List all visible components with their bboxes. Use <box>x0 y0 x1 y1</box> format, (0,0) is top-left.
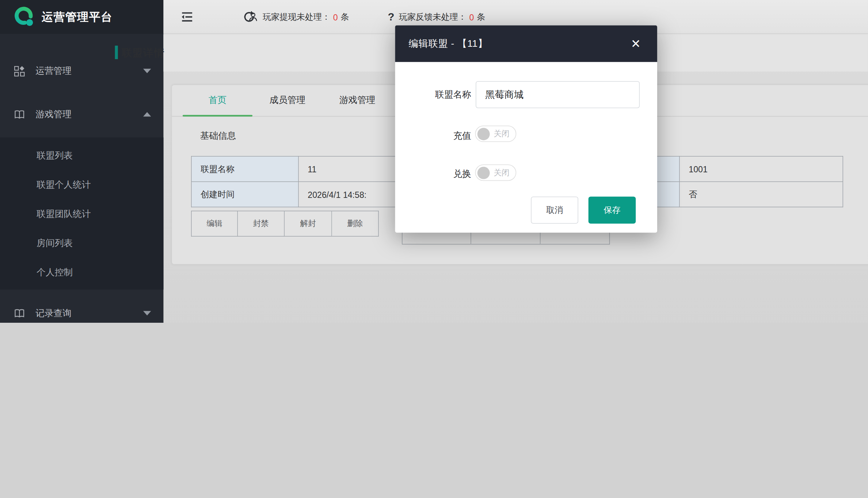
info-value: 否 <box>679 182 843 207</box>
withdraw-count: 0 <box>333 12 338 22</box>
sidebar-subitem-room-list[interactable]: 房间列表 <box>37 238 73 249</box>
active-tab-underline <box>183 115 252 117</box>
grid-icon <box>14 66 25 76</box>
sidebar-subitem-personal-control[interactable]: 个人控制 <box>37 267 73 279</box>
toggle-state-label: 关闭 <box>494 168 509 178</box>
info-label: 联盟名称 <box>191 156 298 181</box>
logo-strip: 运营管理平台 <box>0 0 163 34</box>
withdraw-notice[interactable]: 玩家提现未处理： 0 条 <box>248 0 349 34</box>
feedback-unit: 条 <box>477 12 485 22</box>
sidebar-subitem-alliance-personal[interactable]: 联盟个人统计 <box>37 179 91 191</box>
feedback-count: 0 <box>469 12 474 22</box>
ban-button[interactable]: 封禁 <box>238 211 285 237</box>
edit-button[interactable]: 编辑 <box>191 211 238 237</box>
book-icon <box>14 109 25 120</box>
tab-label: 游戏管理 <box>339 95 376 106</box>
tab-label: 成员管理 <box>269 95 305 106</box>
unban-button[interactable]: 解封 <box>285 211 332 237</box>
alliance-name-input[interactable] <box>476 81 640 108</box>
exchange-toggle[interactable]: 关闭 <box>475 164 517 181</box>
toggle-knob <box>477 127 490 140</box>
game-management-submenu: 联盟列表 联盟个人统计 联盟团队统计 房间列表 个人控制 <box>0 137 163 290</box>
chevron-down-icon <box>143 311 151 315</box>
recharge-label: 充值 <box>398 130 471 142</box>
tab-games[interactable]: 游戏管理 <box>322 85 392 116</box>
delete-button[interactable]: 删除 <box>332 211 379 237</box>
sidebar-item-operations[interactable]: 运营管理 <box>0 57 163 84</box>
tab-label: 首页 <box>209 95 226 106</box>
sidebar-item-label: 记录查询 <box>35 307 72 319</box>
question-icon: ? <box>388 11 394 23</box>
alliance-action-buttons: 编辑 封禁 解封 删除 <box>191 211 379 237</box>
app-logo-icon <box>14 6 35 28</box>
close-icon[interactable]: ✕ <box>624 25 647 62</box>
exchange-label: 兑换 <box>398 168 471 180</box>
sidebar-item-label: 游戏管理 <box>35 108 72 120</box>
sidebar-subitem-alliance-list[interactable]: 联盟列表 <box>37 150 73 161</box>
sidebar-item-game-management[interactable]: 游戏管理 <box>0 101 163 128</box>
modal-title: 编辑联盟 - 【11】 <box>409 37 488 50</box>
toggle-knob <box>477 166 490 179</box>
section-title: 基础信息 <box>200 130 236 142</box>
sidebar-item-label: 运营管理 <box>35 65 72 77</box>
alliance-name-label: 联盟名称 <box>398 89 471 101</box>
title-accent-bar <box>115 46 118 59</box>
app-title: 运营管理平台 <box>42 9 113 24</box>
feedback-label: 玩家反馈未处理： <box>399 12 467 22</box>
app-window: 运营管理平台 运营管理 游戏管理 联盟列表 联盟个人统计 联盟团队统计 <box>0 0 868 323</box>
info-value: 1001 <box>679 156 843 181</box>
modal-header: 编辑联盟 - 【11】 ✕ <box>395 25 657 62</box>
sidebar-item-record-query[interactable]: 记录查询 <box>0 300 163 323</box>
withdraw-label: 玩家提现未处理： <box>263 12 330 22</box>
recharge-toggle[interactable]: 关闭 <box>475 126 517 142</box>
withdraw-unit: 条 <box>340 12 349 22</box>
page-title: 联盟详情 <box>122 46 164 60</box>
edit-alliance-modal: 编辑联盟 - 【11】 ✕ 联盟名称 充值 关闭 兑换 关闭 取消 保存 <box>395 25 657 233</box>
cancel-button[interactable]: 取消 <box>531 196 578 223</box>
save-button[interactable]: 保存 <box>589 196 636 223</box>
book-icon <box>14 308 25 318</box>
collapse-sidebar-icon[interactable] <box>180 10 194 24</box>
sidebar-subitem-alliance-team[interactable]: 联盟团队统计 <box>37 208 91 220</box>
chevron-up-icon <box>143 112 151 116</box>
toggle-state-label: 关闭 <box>494 129 509 139</box>
person-icon <box>248 12 258 22</box>
chevron-down-icon <box>143 69 151 73</box>
tab-home[interactable]: 首页 <box>183 85 252 116</box>
info-label: 创建时间 <box>191 182 298 207</box>
tab-members[interactable]: 成员管理 <box>252 85 322 116</box>
